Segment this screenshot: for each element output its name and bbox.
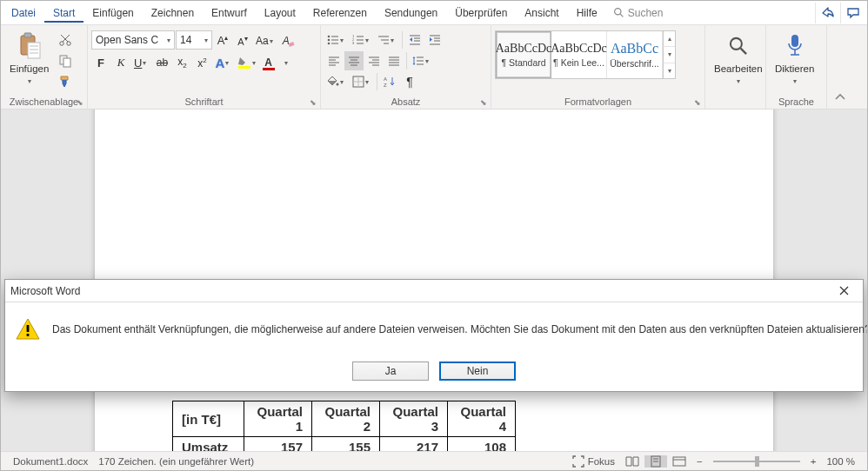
align-left-button[interactable]: [324, 51, 344, 70]
numbering-button[interactable]: 123▾: [350, 30, 374, 50]
font-size-select[interactable]: 14▾: [176, 30, 212, 50]
bullets-button[interactable]: ▾: [324, 30, 349, 50]
editing-button[interactable]: Bearbeiten▾: [709, 27, 768, 95]
sort-button[interactable]: AZ: [380, 72, 399, 91]
zoom-level[interactable]: 100 %: [821, 456, 860, 467]
cut-button[interactable]: [56, 30, 75, 50]
print-layout-button[interactable]: [644, 455, 667, 468]
indent-decrease-button[interactable]: [405, 30, 424, 50]
style-standard[interactable]: AaBbCcDc¶ Standard: [496, 31, 551, 78]
pilcrow-button[interactable]: ¶: [400, 72, 419, 91]
style-no-spacing[interactable]: AaBbCcDc¶ Kein Lee...: [551, 31, 607, 78]
launcher-paragraph[interactable]: ⬊: [478, 96, 489, 107]
table-header-q3: Quartal 3: [380, 401, 448, 437]
group-label-voice: Sprache: [770, 95, 823, 109]
styles-gallery-scroll[interactable]: ▴▾▾: [663, 31, 675, 78]
web-layout-button[interactable]: [667, 456, 691, 467]
subscript-button[interactable]: x2: [172, 53, 191, 72]
tab-draw[interactable]: Zeichnen: [143, 3, 203, 23]
data-table: [in T€] Quartal 1 Quartal 2 Quartal 3 Qu…: [172, 401, 516, 451]
shading-icon: [327, 76, 339, 88]
zoom-out-button[interactable]: −: [691, 456, 708, 467]
read-mode-button[interactable]: [620, 456, 644, 467]
search-box[interactable]: Suchen: [606, 7, 671, 19]
svg-point-18: [328, 39, 331, 42]
tab-design[interactable]: Entwurf: [203, 3, 256, 23]
launcher-clipboard[interactable]: ⬊: [75, 96, 85, 107]
paste-button[interactable]: Einfügen▾: [4, 27, 54, 95]
zoom-thumb[interactable]: [755, 456, 759, 467]
mic-icon: [785, 33, 805, 59]
indent-icon: [429, 34, 441, 46]
copy-icon: [58, 54, 72, 68]
bold-button[interactable]: F: [91, 53, 110, 72]
indent-increase-button[interactable]: [425, 30, 444, 50]
yes-button[interactable]: Ja: [352, 362, 429, 381]
comments-button[interactable]: [840, 3, 865, 23]
editing-label: Bearbeiten: [714, 63, 763, 74]
table-cell: 108: [448, 437, 516, 452]
zoom-in-button[interactable]: +: [805, 456, 822, 467]
table-header-q2: Quartal 2: [312, 401, 380, 437]
line-spacing-button[interactable]: ▾: [410, 51, 434, 70]
shading-button[interactable]: ▾: [324, 72, 349, 91]
copy-button[interactable]: [56, 51, 75, 70]
strike-button[interactable]: ab: [152, 53, 171, 72]
svg-rect-3: [24, 33, 31, 37]
font-name-select[interactable]: Open Sans C▾: [91, 30, 175, 50]
text-effects-button[interactable]: A▾: [212, 53, 234, 72]
status-chars[interactable]: 170 Zeichen. (ein ungefährer Wert): [93, 456, 259, 467]
change-case-button[interactable]: Aa▾: [253, 31, 278, 50]
italic-button[interactable]: K: [111, 53, 130, 72]
font-color-button[interactable]: A▾: [262, 53, 293, 72]
clear-format-button[interactable]: A: [279, 31, 298, 50]
share-button[interactable]: [815, 3, 840, 23]
group-label-paragraph: Absatz: [324, 95, 487, 109]
group-label-font: Schriftart: [91, 95, 317, 109]
tab-review[interactable]: Überprüfen: [446, 3, 516, 23]
tab-references[interactable]: Referenzen: [304, 3, 376, 23]
tab-mailings[interactable]: Sendungen: [376, 3, 446, 23]
highlight-button[interactable]: ▾: [235, 53, 261, 72]
tab-insert[interactable]: Einfügen: [83, 3, 142, 23]
ribbon: Einfügen▾ Zwischenablage ⬊ Open Sans C▾ …: [1, 25, 867, 109]
zoom-slider[interactable]: [713, 461, 800, 462]
tab-view[interactable]: Ansicht: [516, 3, 567, 23]
align-right-button[interactable]: [364, 51, 384, 70]
tab-start[interactable]: Start: [44, 3, 83, 23]
tab-help[interactable]: Hilfe: [568, 3, 606, 23]
collapse-ribbon-button[interactable]: [834, 91, 846, 109]
read-mode-icon: [625, 456, 639, 467]
table-header-unit: [in T€]: [173, 401, 244, 437]
svg-line-1: [620, 14, 623, 17]
tab-file[interactable]: Datei: [3, 3, 44, 23]
launcher-font[interactable]: ⬊: [308, 96, 318, 107]
group-label-clipboard: Zwischenablage: [4, 95, 83, 109]
styles-gallery[interactable]: AaBbCcDc¶ Standard AaBbCcDc¶ Kein Lee...…: [495, 30, 676, 79]
status-filename[interactable]: Dokument1.docx: [8, 456, 93, 467]
launcher-styles[interactable]: ⬊: [692, 96, 703, 107]
align-center-button[interactable]: [344, 51, 364, 70]
format-painter-button[interactable]: [56, 72, 75, 91]
shrink-font-button[interactable]: A▾: [233, 31, 252, 50]
dictate-button[interactable]: Diktieren▾: [770, 27, 819, 95]
dialog-message: Das Dokument enthält Verknüpfungen, die …: [52, 322, 867, 336]
close-button[interactable]: [830, 281, 858, 302]
font-size-value: 14: [180, 34, 202, 46]
table-cell: 155: [312, 437, 380, 452]
statusbar: Dokument1.docx 170 Zeichen. (ein ungefäh…: [1, 451, 867, 470]
borders-button[interactable]: ▾: [350, 72, 374, 91]
align-justify-button[interactable]: [384, 51, 404, 70]
no-button[interactable]: Nein: [439, 362, 516, 381]
align-left-icon: [328, 56, 340, 66]
superscript-button[interactable]: x2: [192, 53, 211, 72]
warning-icon: [16, 318, 40, 341]
style-heading1[interactable]: AaBbCcÜberschrif...: [607, 31, 663, 78]
focus-mode-button[interactable]: Fokus: [567, 455, 620, 468]
tab-layout[interactable]: Layout: [256, 3, 304, 23]
underline-button[interactable]: U▾: [131, 53, 151, 72]
grow-font-button[interactable]: A▴: [213, 31, 232, 50]
svg-point-19: [328, 43, 331, 45]
multilevel-icon: [377, 34, 390, 46]
multilevel-button[interactable]: ▾: [375, 30, 399, 50]
